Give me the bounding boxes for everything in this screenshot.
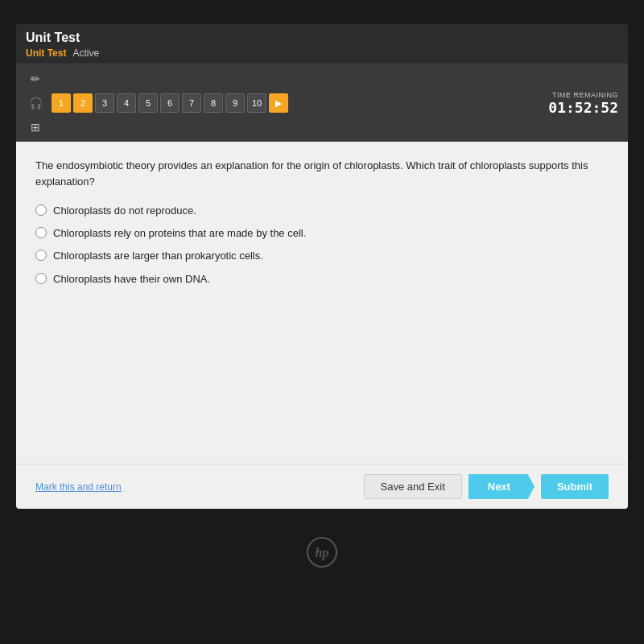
question-btn-1[interactable]: 1 <box>52 93 71 113</box>
radio-c[interactable] <box>35 250 47 261</box>
mark-return-link[interactable]: Mark this and return <box>35 481 122 493</box>
hp-logo: hp <box>306 536 338 572</box>
option-b[interactable]: Chloroplasts rely on proteins that are m… <box>35 226 609 241</box>
timer: TIME REMAINING 01:52:52 <box>548 91 618 116</box>
svg-text:hp: hp <box>316 546 329 560</box>
next-button[interactable]: Next <box>469 474 535 499</box>
unit-test-link[interactable]: Unit Test <box>26 47 66 59</box>
page-title: Unit Test <box>26 31 618 45</box>
question-btn-2[interactable]: 2 <box>73 93 93 113</box>
toolbar: ✏ 🎧 ⊞ 1 2 3 4 5 6 7 8 9 10 ▶ TIME REMAIN… <box>16 64 628 142</box>
timer-label: TIME REMAINING <box>548 91 618 99</box>
option-d[interactable]: Chloroplasts have their own DNA. <box>35 272 609 287</box>
question-btn-9[interactable]: 9 <box>225 93 245 113</box>
content-area: The endosymbiotic theory provides an exp… <box>16 142 628 464</box>
question-btn-4[interactable]: 4 <box>117 93 136 113</box>
radio-d[interactable] <box>35 273 47 284</box>
header: Unit Test Unit Test Active <box>16 24 628 64</box>
option-d-text: Chloroplasts have their own DNA. <box>53 272 210 287</box>
option-c-text: Chloroplasts are larger than prokaryotic… <box>53 249 263 263</box>
question-btn-3[interactable]: 3 <box>95 93 114 113</box>
footer-buttons: Save and Exit Next Submit <box>364 474 609 499</box>
option-a-text: Chloroplasts do not reproduce. <box>53 204 196 218</box>
calculator-icon[interactable]: ⊞ <box>26 118 45 137</box>
option-a[interactable]: Chloroplasts do not reproduce. <box>35 204 609 218</box>
question-btn-10[interactable]: 10 <box>247 93 266 113</box>
save-exit-button[interactable]: Save and Exit <box>364 474 462 499</box>
question-btn-5[interactable]: 5 <box>138 93 158 113</box>
option-c[interactable]: Chloroplasts are larger than prokaryotic… <box>35 249 609 263</box>
radio-a[interactable] <box>35 204 47 216</box>
question-btn-7[interactable]: 7 <box>182 93 201 113</box>
header-subtitle: Unit Test Active <box>26 47 618 59</box>
question-btn-8[interactable]: 8 <box>204 93 223 113</box>
question-btn-6[interactable]: 6 <box>160 93 180 113</box>
content-spacer <box>35 295 609 391</box>
headphones-icon[interactable]: 🎧 <box>26 93 45 113</box>
radio-b[interactable] <box>35 227 47 238</box>
pencil-icon[interactable]: ✏ <box>26 69 45 89</box>
status-badge: Active <box>72 47 99 59</box>
submit-button[interactable]: Submit <box>541 474 609 499</box>
content-footer: Mark this and return Save and Exit Next … <box>16 464 628 509</box>
question-number-nav: 1 2 3 4 5 6 7 8 9 10 ▶ <box>52 93 288 113</box>
timer-value: 01:52:52 <box>548 99 618 116</box>
test-window: Unit Test Unit Test Active ✏ 🎧 ⊞ 1 2 3 4… <box>16 24 628 509</box>
question-text: The endosymbiotic theory provides an exp… <box>35 158 609 189</box>
option-b-text: Chloroplasts rely on proteins that are m… <box>53 226 306 241</box>
next-question-arrow[interactable]: ▶ <box>269 93 288 113</box>
